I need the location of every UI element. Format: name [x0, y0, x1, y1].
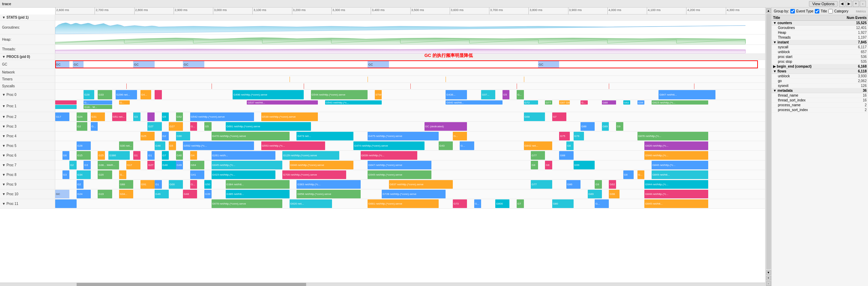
proc-block[interactable]: G1 — [133, 151, 140, 160]
proc-block[interactable] — [155, 90, 162, 99]
gc-block[interactable]: GC — [73, 60, 84, 68]
h-scroll-handle[interactable] — [77, 283, 306, 286]
proc-block[interactable]: G845 net/htt... — [644, 199, 708, 208]
proc-block[interactable]: G... — [190, 122, 197, 131]
proc-block[interactable]: G88 — [559, 151, 573, 160]
proc-block[interactable]: G1 — [147, 151, 155, 160]
proc-block[interactable]: G2 — [69, 161, 77, 169]
proc-block[interactable]: G496 net/http.(*conn).serve — [233, 90, 304, 99]
proc-block[interactable]: G27 — [147, 161, 155, 169]
proc-block[interactable] — [147, 112, 155, 121]
proc-block[interactable]: G48 — [162, 161, 176, 169]
proc-block[interactable]: G415 net/http.(*c... — [212, 170, 275, 179]
proc-block[interactable]: G91 — [140, 180, 155, 189]
proc-block[interactable]: STW (s... — [375, 90, 382, 99]
proc-block[interactable]: G848 net/http.(*c... — [644, 190, 708, 198]
proc-block[interactable]: G544 net/http.(*conn).serve — [311, 90, 368, 99]
proc1-label[interactable]: ▼ Proc 1 — [0, 100, 55, 112]
proc-block[interactable]: G52 — [176, 112, 183, 121]
proc-block[interactable]: G261 net/h... — [212, 151, 275, 160]
proc-block[interactable]: G645 net/http.(*c... — [212, 161, 283, 169]
proc-block[interactable]: G9 — [595, 180, 602, 189]
proc-block[interactable]: G4 — [190, 151, 197, 160]
proc-block[interactable]: G51 net... — [112, 112, 126, 121]
proc-block[interactable]: G842 net... — [524, 141, 552, 150]
proc-block[interactable] — [55, 199, 77, 208]
proc-block[interactable]: G385 net/htt... — [226, 190, 290, 198]
proc-block[interactable]: G681 net/http.(*conn).serve — [368, 199, 439, 208]
proc-block[interactable]: G129 net/http.(*conn).serve — [282, 151, 339, 160]
proc-block[interactable]: G1 — [155, 180, 162, 189]
proc-block[interactable]: G8 — [566, 141, 574, 150]
proc-block[interactable]: G49 — [176, 161, 183, 169]
proc-block[interactable]: G15 — [77, 151, 91, 160]
proc-block[interactable]: G88 — [119, 180, 133, 189]
event-row[interactable]: process_name2 — [772, 103, 868, 108]
proc-block[interactable]: G7 — [552, 112, 566, 121]
proc-block[interactable]: G88 — [602, 100, 616, 105]
event-row[interactable]: unblock3,930 — [772, 74, 868, 79]
proc-block[interactable]: G17 — [126, 161, 140, 169]
proc-block[interactable]: G647 net/http.(*conn).serve — [368, 161, 431, 169]
proc-block[interactable]: G... — [190, 180, 197, 189]
proc-block[interactable]: G545 net/http.(*conn).serve — [368, 170, 431, 179]
proc-block[interactable]: G94 — [637, 100, 645, 105]
proc-block[interactable]: G86 — [566, 180, 581, 189]
proc-block[interactable]: G2 — [77, 122, 87, 131]
gc-block[interactable]: GC — [133, 60, 155, 68]
trace-vertical-scrollbar[interactable]: ▲ ▼ + - — [765, 8, 771, 286]
proc-block[interactable]: G691 net/http.(*conn).serve — [226, 122, 311, 131]
proc-block[interactable]: G40 — [176, 151, 183, 160]
proc-block[interactable]: G89 — [602, 122, 609, 131]
proc-block[interactable]: G72 — [524, 100, 538, 105]
proc-block[interactable]: G639 net/http.(*c... — [361, 151, 418, 160]
proc-block[interactable]: G99 — [574, 161, 595, 169]
event-row[interactable]: sysexit126 — [772, 83, 868, 88]
proc-block[interactable]: G658 net/http.(*conn).serve — [296, 190, 360, 198]
proc-block[interactable]: G637 net/http.(*conn).serve — [389, 180, 453, 189]
proc-block[interactable]: G6 — [62, 151, 70, 160]
proc-block[interactable]: G30 net... — [119, 141, 133, 150]
proc-block[interactable]: G296 net... — [116, 90, 137, 99]
proc-block[interactable]: G475 net/http.(*conn).serve — [368, 132, 439, 140]
nav-fwd-button[interactable]: ▶ — [846, 1, 852, 7]
proc-block[interactable]: G24 — [77, 112, 87, 121]
proc-block[interactable]: G28 — [77, 141, 91, 150]
proc-block[interactable]: G384 net/htt... — [226, 180, 290, 189]
proc-block[interactable]: G88 — [581, 122, 595, 131]
proc9-label[interactable]: ▼ Proc 9 — [0, 180, 55, 189]
event-section-metadata[interactable]: ▼ metadata36 — [772, 88, 868, 93]
proc-block[interactable]: G25 — [140, 132, 155, 140]
proc-block[interactable]: G46 — [155, 190, 169, 198]
proc-block[interactable]: G543 net/http.(*c... — [325, 100, 382, 105]
proc-block[interactable]: G876 net/http.(*c... — [637, 132, 709, 140]
proc-block[interactable]: G20 — [98, 170, 112, 179]
proc2-label[interactable]: ▼ Proc 2 — [0, 112, 55, 121]
proc-block[interactable]: G... — [595, 199, 609, 208]
proc3-label[interactable]: ▼ Proc 3 — [0, 122, 55, 131]
gc-block[interactable]: GC — [368, 60, 389, 68]
proc-block[interactable]: G34... — [119, 190, 133, 198]
proc0-label[interactable]: ▼ Proc 0 — [0, 90, 55, 100]
proc-block[interactable]: G25 — [98, 151, 105, 160]
proc-block[interactable]: G39 — [204, 190, 212, 198]
proc7-label[interactable]: ▼ Proc 7 — [0, 160, 55, 170]
event-row[interactable]: syscall6,117 — [772, 45, 868, 50]
proc-block[interactable]: G90 — [176, 132, 190, 140]
proc-block[interactable]: G... — [84, 100, 112, 105]
gc-block[interactable]: GC — [538, 60, 559, 68]
proc-block[interactable]: G27 — [169, 122, 183, 131]
proc-block[interactable]: G75 — [559, 132, 570, 140]
stats-section-header[interactable]: ▼ STATS (pid 1) — [0, 14, 765, 21]
event-section-counters[interactable]: ▼ counters15,525 — [772, 21, 868, 26]
event-row[interactable]: process_sort_index2 — [772, 108, 868, 112]
proc-block[interactable]: G34 — [77, 170, 91, 179]
procs-section-header[interactable]: ▼ PROCS (pid 0) — [0, 54, 765, 60]
event-type-checkbox[interactable] — [790, 9, 795, 13]
view-options-button[interactable]: View Options — [809, 1, 838, 7]
proc-block[interactable]: G18... M... — [84, 105, 112, 109]
proc-block[interactable]: G77 — [531, 151, 545, 160]
proc-block[interactable]: G3 — [133, 112, 140, 121]
proc-block[interactable]: G386 — [108, 151, 130, 160]
proc-block[interactable]: G27 — [147, 122, 162, 131]
